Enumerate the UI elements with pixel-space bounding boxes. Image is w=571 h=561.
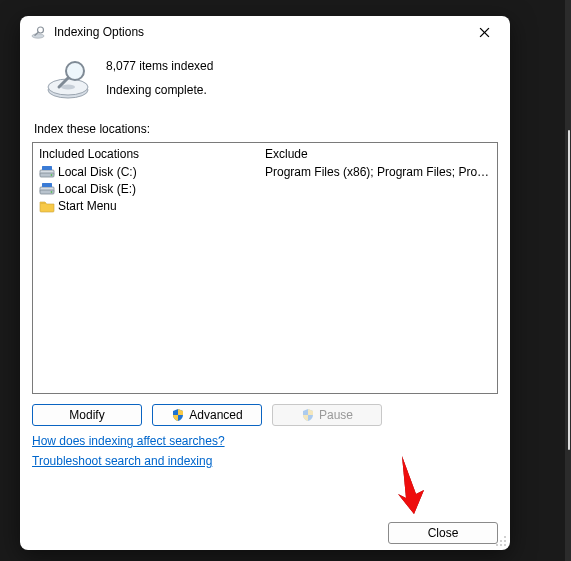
folder-icon	[39, 198, 55, 214]
close-icon	[479, 27, 490, 38]
location-name: Local Disk (E:)	[58, 182, 265, 196]
close-label: Close	[428, 526, 459, 540]
location-row[interactable]: Local Disk (C:)Program Files (x86); Prog…	[39, 163, 491, 180]
location-exclude: Program Files (x86); Program Files; Prog…	[265, 165, 491, 179]
window-title: Indexing Options	[54, 25, 464, 39]
svg-point-12	[51, 174, 53, 176]
pause-button: Pause	[272, 404, 382, 426]
titlebar: Indexing Options	[20, 16, 510, 48]
window-right-edge	[565, 0, 571, 561]
window-close-button[interactable]	[464, 18, 504, 46]
svg-point-16	[51, 191, 53, 193]
locations-label: Index these locations:	[34, 122, 498, 136]
locations-header: Included Locations Exclude	[33, 143, 497, 163]
svg-rect-13	[42, 166, 52, 170]
help-links: How does indexing affect searches? Troub…	[32, 434, 498, 468]
indexing-options-dialog: Indexing Options 8,077 items indexed	[20, 16, 510, 550]
indexing-app-icon	[30, 24, 46, 40]
modify-button[interactable]: Modify	[32, 404, 142, 426]
col-exclude: Exclude	[265, 147, 491, 161]
indexed-count: 8,077 items indexed	[106, 59, 213, 73]
location-row[interactable]: Local Disk (E:)	[39, 180, 491, 197]
svg-rect-17	[42, 183, 52, 187]
indexing-status-text: Indexing complete.	[106, 83, 213, 97]
location-name: Local Disk (C:)	[58, 165, 265, 179]
action-buttons: Modify Advanced	[32, 404, 498, 426]
pause-label: Pause	[319, 408, 353, 422]
advanced-button[interactable]: Advanced	[152, 404, 262, 426]
location-name: Start Menu	[58, 199, 265, 213]
drive-icon	[39, 181, 55, 197]
link-how-indexing[interactable]: How does indexing affect searches?	[32, 434, 225, 448]
svg-point-21	[504, 544, 506, 546]
shield-icon	[171, 408, 185, 422]
link-troubleshoot[interactable]: Troubleshoot search and indexing	[32, 454, 212, 468]
status-section: 8,077 items indexed Indexing complete.	[32, 48, 498, 112]
modify-label: Modify	[69, 408, 104, 422]
shield-icon	[301, 408, 315, 422]
svg-point-20	[500, 540, 502, 542]
locations-list: Included Locations Exclude Local Disk (C…	[32, 142, 498, 394]
resize-grip-icon[interactable]	[495, 535, 507, 547]
svg-point-19	[504, 540, 506, 542]
close-button[interactable]: Close	[388, 522, 498, 544]
col-included: Included Locations	[39, 147, 265, 161]
svg-point-22	[500, 544, 502, 546]
svg-point-23	[496, 544, 498, 546]
svg-point-0	[32, 34, 44, 38]
drive-icon	[39, 164, 55, 180]
dialog-content: 8,077 items indexed Indexing complete. I…	[20, 48, 510, 550]
dialog-footer: Close	[32, 518, 498, 544]
svg-point-18	[504, 536, 506, 538]
svg-point-7	[61, 84, 75, 89]
advanced-label: Advanced	[189, 408, 242, 422]
indexing-status-icon	[44, 54, 92, 102]
location-row[interactable]: Start Menu	[39, 197, 491, 214]
